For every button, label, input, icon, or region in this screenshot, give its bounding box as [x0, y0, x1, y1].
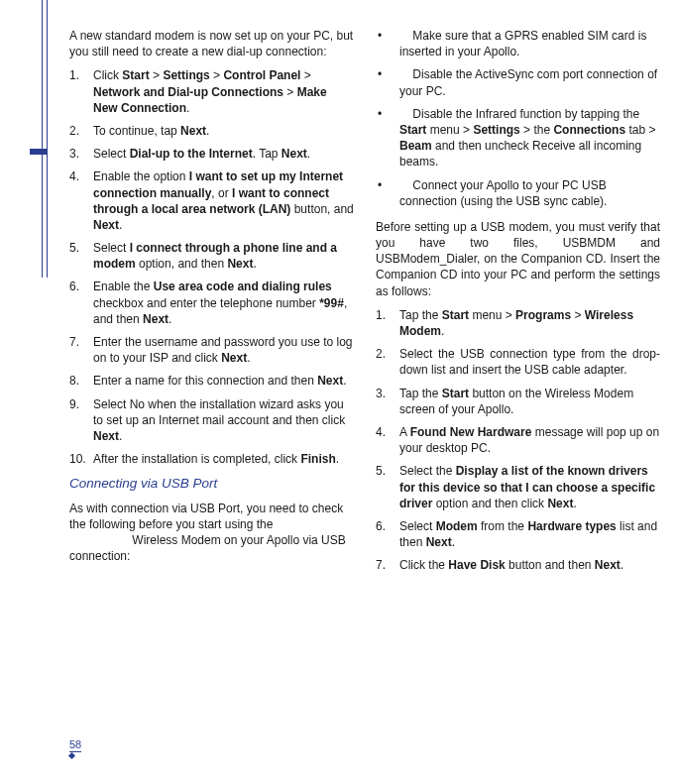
- list-text: Enter the username and password you use …: [93, 334, 354, 366]
- list-number: 9.: [69, 396, 93, 412]
- list-item: • Connect your Apollo to your PC USB con…: [376, 177, 660, 209]
- left-column: A new standard modem is now set up on yo…: [69, 28, 354, 581]
- list-number: 5.: [376, 463, 399, 479]
- list-item: 4.A Found New Hardware message will pop …: [376, 424, 660, 456]
- list-text: Click the Have Disk button and then Next…: [399, 557, 660, 573]
- list-text: Make sure that a GPRS enabled SIM card i…: [399, 28, 660, 59]
- list-text: To continue, tap Next.: [93, 123, 354, 139]
- bullet-icon: •: [376, 177, 399, 209]
- list-item: 3.Select Dial-up to the Internet. Tap Ne…: [69, 146, 354, 162]
- list-text: Enable the Use area code and dialing rul…: [93, 279, 354, 327]
- list-number: 3.: [69, 146, 93, 162]
- page-content: A new standard modem is now set up on yo…: [69, 28, 660, 581]
- list-item: 6.Select Modem from the Hardware types l…: [376, 518, 660, 550]
- list-item: 1.Click Start > Settings > Control Panel…: [69, 67, 354, 116]
- page-number: 58: [69, 738, 81, 752]
- usb-subheading: Connecting via USB Port: [69, 475, 354, 493]
- margin-tab-line: [42, 0, 48, 278]
- list-text: After the installation is completed, cli…: [93, 451, 354, 467]
- list-item: 8.Enter a name for this connection and t…: [69, 373, 354, 389]
- list-text: Tap the Start button on the Wireless Mod…: [399, 386, 660, 417]
- list-text: Enable the option I want to set up my In…: [93, 168, 354, 233]
- list-number: 3.: [376, 386, 399, 401]
- margin-tab-notch: [30, 149, 48, 155]
- list-item: 2.Select the USB connection type from th…: [376, 346, 660, 378]
- list-text: Select the USB connection type from the …: [399, 346, 660, 378]
- list-text: A Found New Hardware message will pop up…: [399, 424, 660, 456]
- list-number: 7.: [376, 557, 399, 573]
- list-text: Disable the ActiveSync com port connecti…: [399, 66, 660, 98]
- bullet-icon: •: [376, 106, 399, 170]
- list-text: Tap the Start menu > Programs > Wireless…: [399, 307, 660, 339]
- list-item: 6.Enable the Use area code and dialing r…: [69, 279, 354, 327]
- list-item: 7.Click the Have Disk button and then Ne…: [376, 557, 660, 573]
- intro-paragraph: A new standard modem is now set up on yo…: [69, 28, 354, 59]
- usb-modem-paragraph: Before setting up a USB modem, you must …: [376, 219, 660, 299]
- list-number: 2.: [376, 346, 399, 362]
- list-text: Select Modem from the Hardware types lis…: [399, 518, 660, 550]
- list-text: Select No when the installation wizard a…: [93, 396, 354, 445]
- list-number: 4.: [69, 168, 93, 184]
- list-item: 2.To continue, tap Next.: [69, 123, 354, 139]
- list-item: 5.Select I connect through a phone line …: [69, 240, 354, 272]
- list-text: Enter a name for this connection and the…: [93, 373, 354, 389]
- list-text: Click Start > Settings > Control Panel >…: [93, 67, 354, 116]
- bullet-icon: •: [376, 28, 399, 59]
- list-item: 3.Tap the Start button on the Wireless M…: [376, 386, 660, 417]
- bullet-icon: •: [376, 66, 399, 98]
- list-item: 1.Tap the Start menu > Programs > Wirele…: [376, 307, 660, 339]
- list-number: 5.: [69, 240, 93, 256]
- list-item: • Disable the ActiveSync com port connec…: [376, 66, 660, 98]
- list-text: Select I connect through a phone line an…: [93, 240, 354, 272]
- list-text: Select the Display a list of the known d…: [399, 463, 660, 511]
- prerequisite-bullets: • Make sure that a GPRS enabled SIM card…: [376, 28, 660, 209]
- list-item: 7.Enter the username and password you us…: [69, 334, 354, 366]
- list-number: 6.: [376, 518, 399, 534]
- list-text: Disable the Infrared function by tapping…: [399, 106, 660, 170]
- list-item: 5.Select the Display a list of the known…: [376, 463, 660, 511]
- list-text: Connect your Apollo to your PC USB conne…: [399, 177, 660, 209]
- list-item: 10.After the installation is completed, …: [69, 451, 354, 467]
- list-number: 6.: [69, 279, 93, 294]
- list-item: • Disable the Infrared function by tappi…: [376, 106, 660, 170]
- list-number: 2.: [69, 123, 93, 139]
- usb-intro-paragraph: As with connection via USB Port, you nee…: [69, 501, 354, 565]
- list-item: • Make sure that a GPRS enabled SIM card…: [376, 28, 660, 59]
- list-number: 1.: [69, 67, 93, 83]
- list-number: 7.: [69, 334, 93, 350]
- list-number: 8.: [69, 373, 93, 389]
- list-number: 4.: [376, 424, 399, 440]
- list-item: 9.Select No when the installation wizard…: [69, 396, 354, 445]
- list-item: 4.Enable the option I want to set up my …: [69, 168, 354, 233]
- list-number: 10.: [69, 451, 93, 467]
- usb-steps-list: 1.Tap the Start menu > Programs > Wirele…: [376, 307, 660, 574]
- setup-steps-list: 1.Click Start > Settings > Control Panel…: [69, 67, 354, 467]
- right-column: • Make sure that a GPRS enabled SIM card…: [376, 28, 660, 581]
- list-number: 1.: [376, 307, 399, 323]
- list-text: Select Dial-up to the Internet. Tap Next…: [93, 146, 354, 162]
